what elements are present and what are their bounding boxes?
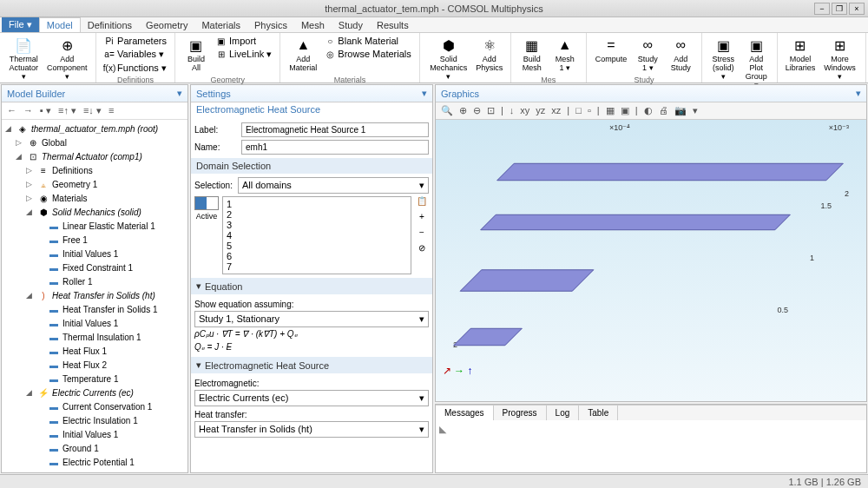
menu-model[interactable]: Model bbox=[39, 17, 81, 32]
expand-icon[interactable]: ◢ bbox=[26, 208, 35, 216]
scene-light-icon[interactable]: ◐ bbox=[642, 104, 654, 117]
domain-item[interactable]: 6 bbox=[225, 251, 409, 261]
maximize-button[interactable]: ❐ bbox=[832, 3, 847, 15]
minimize-button[interactable]: − bbox=[814, 3, 830, 15]
expand-icon[interactable]: ◢ bbox=[5, 124, 14, 133]
panel-menu-icon[interactable]: ▾ bbox=[856, 88, 861, 99]
view-yz-icon[interactable]: xy bbox=[518, 104, 531, 117]
tree-item[interactable]: ◢⚡Electric Currents (ec) bbox=[3, 386, 186, 399]
zoom-in-icon[interactable]: ⊕ bbox=[457, 104, 469, 117]
remove-icon[interactable]: − bbox=[415, 228, 429, 241]
eq-assuming-dropdown[interactable]: Study 1, Stationary▾ bbox=[194, 311, 429, 327]
paste-icon[interactable]: 📋 bbox=[415, 196, 429, 210]
zoom-out-icon[interactable]: ⊖ bbox=[471, 104, 483, 117]
ribbon-build-button[interactable]: ▦BuildMesh bbox=[516, 35, 548, 75]
ribbon-build-button[interactable]: ▣BuildAll bbox=[181, 35, 212, 75]
tree-item[interactable]: ▷⟁Geometry 1 bbox=[3, 177, 186, 191]
model-tree[interactable]: ◢◈thermal_actuator_tem.mph (root)▷⊕Globa… bbox=[2, 120, 187, 472]
tree-item[interactable]: ▷≡Definitions bbox=[3, 163, 186, 177]
graphics-canvas[interactable]: ×10⁻⁴ ×10⁻³ 0.5 1 1.5 2 2 ↗ → ↑ bbox=[436, 120, 866, 401]
ribbon-model-button[interactable]: ⊞ModelLibraries bbox=[783, 35, 817, 75]
zoom-extents-icon[interactable]: ⊡ bbox=[485, 104, 496, 117]
selection-dropdown[interactable]: All domains▾ bbox=[238, 177, 429, 194]
tree-item[interactable]: ▬Free 1 bbox=[3, 233, 186, 247]
ribbon-variables-item[interactable]: a=Variables ▾ bbox=[102, 48, 169, 61]
tree-item[interactable]: ▬Heat Flux 2 bbox=[3, 358, 186, 372]
tab-progress[interactable]: Progress bbox=[494, 406, 547, 420]
tree-item[interactable]: ▬Electric Insulation 1 bbox=[3, 413, 186, 427]
ribbon-blank-item[interactable]: ○Blank Material bbox=[322, 35, 413, 47]
select2-icon[interactable]: ▫ bbox=[586, 104, 593, 117]
tree-item[interactable]: ◢)Heat Transfer in Solids (ht) bbox=[3, 288, 186, 302]
domain-item[interactable]: 5 bbox=[225, 241, 409, 251]
transparency-icon[interactable]: ▦ bbox=[604, 104, 616, 117]
tree-item[interactable]: ▬Roller 1 bbox=[3, 274, 186, 288]
panel-menu-icon[interactable]: ▾ bbox=[177, 88, 182, 99]
ht-dropdown[interactable]: Heat Transfer in Solids (ht)▾ bbox=[194, 421, 429, 438]
menu-file[interactable]: File ▾ bbox=[2, 17, 39, 32]
collapse-icon[interactable]: ≡↓ ▾ bbox=[82, 104, 103, 117]
tree-item[interactable]: ◢⚛Multiphysics bbox=[3, 469, 186, 472]
tree-item[interactable]: ▷⊕Global bbox=[3, 135, 186, 149]
ribbon-more-button[interactable]: ⊞MoreWindows ▾ bbox=[819, 35, 861, 83]
tree-item[interactable]: ▬Initial Values 1 bbox=[3, 427, 186, 441]
ribbon-livelink-item[interactable]: ⊞LiveLink ▾ bbox=[214, 48, 274, 61]
wireframe-icon[interactable]: ▣ bbox=[619, 104, 631, 117]
view-xy-icon[interactable]: ↓ bbox=[508, 104, 516, 117]
tree-item[interactable]: ▬Current Conservation 1 bbox=[3, 399, 186, 413]
menu-geometry[interactable]: Geometry bbox=[139, 18, 194, 32]
domain-item[interactable]: 3 bbox=[225, 220, 409, 230]
tree-item[interactable]: ◢⊡Thermal Actuator (comp1) bbox=[3, 149, 186, 163]
menu-mesh[interactable]: Mesh bbox=[294, 18, 332, 32]
ribbon-add-button[interactable]: ▲AddMaterial bbox=[286, 35, 320, 75]
tab-log[interactable]: Log bbox=[547, 406, 580, 420]
menu-results[interactable]: Results bbox=[370, 18, 416, 32]
expand-icon[interactable]: ◢ bbox=[16, 152, 24, 161]
expand-icon[interactable]: ◢ bbox=[26, 291, 35, 300]
expand-icon[interactable]: ◢ bbox=[26, 472, 35, 472]
ribbon-add-button[interactable]: ⚛AddPhysics bbox=[474, 35, 505, 75]
tree-item[interactable]: ▷◉Materials bbox=[3, 191, 186, 205]
view-xz-icon[interactable]: yz bbox=[534, 104, 547, 117]
menu-definitions[interactable]: Definitions bbox=[81, 18, 139, 32]
ribbon-browse-item[interactable]: ◎Browse Materials bbox=[322, 48, 413, 60]
tree-item[interactable]: ▬Electric Potential 1 bbox=[3, 455, 186, 469]
ribbon-parameters-item[interactable]: PiParameters bbox=[102, 35, 169, 47]
expand-icon[interactable]: ▷ bbox=[26, 194, 35, 202]
tree-item[interactable]: ▬Initial Values 1 bbox=[3, 247, 186, 260]
print-icon[interactable]: 🖨 bbox=[657, 104, 670, 117]
zoom-icon[interactable]: 🔍 bbox=[439, 104, 455, 117]
tree-item[interactable]: ▬Ground 1 bbox=[3, 441, 186, 455]
snapshot-icon[interactable]: 📷 bbox=[673, 104, 688, 117]
tree-item[interactable]: ▬Linear Elastic Material 1 bbox=[3, 219, 186, 233]
expand-icon[interactable]: ▷ bbox=[26, 166, 35, 175]
menu-physics[interactable]: Physics bbox=[247, 18, 294, 32]
ribbon-import-item[interactable]: ▣Import bbox=[214, 35, 274, 47]
expand-icon[interactable]: ▷ bbox=[26, 180, 35, 188]
tree-item[interactable]: ▬Initial Values 1 bbox=[3, 316, 186, 330]
expand-icon[interactable]: ≡↑ ▾ bbox=[56, 104, 78, 117]
emhs-header[interactable]: ▾ Electromagnetic Heat Source bbox=[191, 357, 432, 373]
nav-back-icon[interactable]: ← bbox=[5, 104, 18, 117]
ribbon-stress-button[interactable]: ▣Stress(solid) ▾ bbox=[707, 35, 739, 83]
em-dropdown[interactable]: Electric Currents (ec)▾ bbox=[194, 390, 429, 406]
tree-item[interactable]: ▬Heat Flux 1 bbox=[3, 344, 186, 358]
ribbon-solid-button[interactable]: ⬢SolidMechanics ▾ bbox=[425, 35, 472, 83]
tree-item[interactable]: ▬Temperature 1 bbox=[3, 372, 186, 386]
domain-selection-header[interactable]: Domain Selection bbox=[191, 158, 432, 174]
label-input[interactable] bbox=[241, 122, 429, 137]
save-image-icon[interactable]: ▾ bbox=[691, 104, 700, 117]
tree-item[interactable]: ▬Fixed Constraint 1 bbox=[3, 260, 186, 274]
nav-up-icon[interactable]: ▪ ▾ bbox=[38, 104, 53, 117]
ribbon-thermal-button[interactable]: 📄ThermalActuator ▾ bbox=[5, 35, 43, 83]
clipboard-icon[interactable]: ⊘ bbox=[415, 243, 429, 257]
messages-content[interactable]: ◣ bbox=[436, 420, 866, 462]
tree-item[interactable]: ▬Thermal Insulation 1 bbox=[3, 330, 186, 344]
tab-messages[interactable]: Messages bbox=[436, 406, 494, 420]
show-icon[interactable]: ≡ bbox=[107, 104, 115, 117]
menu-study[interactable]: Study bbox=[332, 18, 370, 32]
domain-item[interactable]: 4 bbox=[225, 230, 409, 241]
ribbon-study-button[interactable]: ∞Study1 ▾ bbox=[632, 35, 663, 75]
menu-materials[interactable]: Materials bbox=[194, 18, 247, 32]
ribbon-add-button[interactable]: ∞AddStudy bbox=[665, 35, 696, 75]
